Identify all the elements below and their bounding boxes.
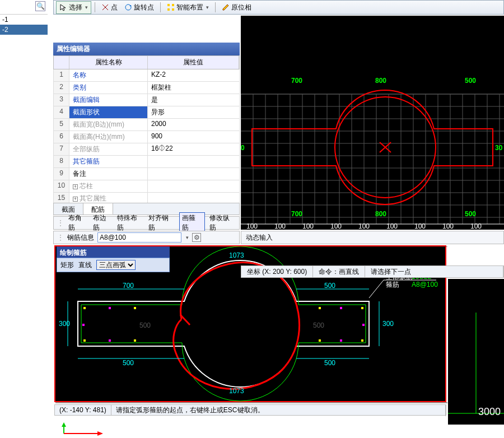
svg-rect-22 <box>362 324 365 326</box>
point-button[interactable]: 点 <box>99 2 120 13</box>
property-row[interactable]: 9备注 <box>53 168 240 180</box>
svg-text:500: 500 <box>465 210 476 218</box>
rebar-info-input[interactable] <box>97 232 181 243</box>
svg-text:500: 500 <box>324 282 335 290</box>
svg-rect-17 <box>109 307 111 309</box>
aux-canvas <box>448 279 504 425</box>
svg-text:箍筋: 箍筋 <box>386 281 399 288</box>
svg-rect-5 <box>167 8 170 11</box>
rotate-icon <box>124 3 132 11</box>
pencil-icon <box>222 3 230 11</box>
point-icon <box>101 3 109 11</box>
svg-text:100: 100 <box>274 222 286 230</box>
svg-marker-103 <box>62 422 66 427</box>
property-row[interactable]: 8其它箍筋 <box>53 156 240 168</box>
svg-rect-21 <box>82 324 85 326</box>
svg-line-43 <box>369 280 384 298</box>
search-icon[interactable]: 🔍 <box>35 1 45 11</box>
svg-rect-11 <box>134 307 136 309</box>
section-canvas[interactable]: 700 800 500 700 800 500 0 30 100100100 1… <box>241 16 504 230</box>
svg-text:100: 100 <box>470 222 482 230</box>
command-status-bar: 坐标 (X: 200 Y: 600) 命令：画直线 请选择下一点 <box>241 265 504 278</box>
expand-icon[interactable]: + <box>73 184 78 189</box>
tab-rebar[interactable]: 配筋 <box>83 203 113 215</box>
line-mode[interactable]: 直线 <box>78 260 92 270</box>
property-row[interactable]: 2类别框架柱 <box>53 82 240 94</box>
svg-text:100: 100 <box>414 222 426 230</box>
svg-text:100: 100 <box>246 222 258 230</box>
property-row[interactable]: 4截面形状异形 <box>53 106 240 119</box>
svg-text:100: 100 <box>330 222 342 230</box>
rebar-info-bar: ⋮ 钢筋信息 ▾ ⚙ <box>53 231 240 244</box>
svg-text:800: 800 <box>375 210 386 218</box>
smart-label: 智能布置 <box>176 3 203 12</box>
svg-rect-20 <box>340 339 342 342</box>
origin-button[interactable]: 原位相 <box>219 2 254 13</box>
svg-text:500: 500 <box>313 321 324 329</box>
svg-rect-3 <box>167 4 170 6</box>
smart-icon <box>167 3 175 11</box>
cmd-cell: 命令：画直线 <box>313 266 365 278</box>
dropdown-icon: ▾ <box>85 4 88 10</box>
property-row[interactable]: 5截面宽(B边)(mm)2000 <box>53 119 240 131</box>
coord-readout: (X: -140 Y: 481) <box>55 405 111 415</box>
tree-item[interactable]: -2 <box>0 25 48 35</box>
svg-text:A8@100: A8@100 <box>412 281 438 288</box>
svg-text:100: 100 <box>442 222 454 230</box>
origin-label: 原位相 <box>231 3 251 12</box>
rect-mode[interactable]: 矩形 <box>60 260 74 270</box>
top-toolbar: 选择▾ 点 旋转点 智能布置▾ 原位相 <box>53 0 504 15</box>
canvas1-status: (X: -140 Y: 481) 请指定弧形箍筋的起点，右键终止或ESC键取消。 <box>54 404 446 416</box>
select-tool-button[interactable]: 选择▾ <box>56 1 91 14</box>
expand-icon[interactable]: + <box>73 197 78 202</box>
smart-layout-button[interactable]: 智能布置▾ <box>164 2 212 13</box>
coord-cell: 坐标 (X: 200 Y: 600) <box>241 266 313 278</box>
svg-text:0: 0 <box>241 144 245 152</box>
cursor-icon <box>59 3 67 11</box>
svg-text:500: 500 <box>465 77 476 85</box>
settings-icon[interactable]: ⚙ <box>192 233 201 242</box>
tree-item[interactable]: -1 <box>0 15 48 25</box>
svg-rect-13 <box>361 307 363 309</box>
point-label: 点 <box>111 3 118 12</box>
draw-stirrup-toolbar: 矩形 直线 三点画弧 <box>57 258 170 272</box>
col-value: 属性值 <box>148 56 239 69</box>
aux-dim: 3000 <box>478 406 501 418</box>
align-btn[interactable]: 对齐钢筋 <box>148 213 175 232</box>
svg-rect-10 <box>83 339 86 342</box>
svg-text:700: 700 <box>291 77 302 85</box>
svg-rect-15 <box>319 307 321 309</box>
rotate-point-button[interactable]: 旋转点 <box>122 2 157 13</box>
modify-btn[interactable]: 修改纵筋 <box>209 213 236 232</box>
svg-rect-4 <box>172 4 174 6</box>
arc-mode-select[interactable]: 三点画弧 <box>96 260 136 270</box>
svg-text:1073: 1073 <box>229 251 244 259</box>
tab-section[interactable]: 截面 <box>54 203 83 215</box>
property-header: 属性名称 属性值 <box>53 55 240 69</box>
svg-rect-12 <box>134 339 136 342</box>
special-btn[interactable]: 特殊布筋 <box>117 213 143 232</box>
select-label: 选择 <box>69 3 82 12</box>
property-row[interactable]: 10+芯柱 <box>53 180 240 193</box>
svg-text:300: 300 <box>59 320 70 328</box>
svg-text:500: 500 <box>324 359 335 367</box>
property-title: 属性编辑器 <box>53 43 240 55</box>
col-name: 属性名称 <box>69 56 148 69</box>
svg-rect-14 <box>361 339 363 342</box>
property-row[interactable]: 1名称KZ-2 <box>53 69 240 82</box>
svg-rect-9 <box>83 307 86 309</box>
dropdown-icon: ▾ <box>206 4 209 10</box>
svg-rect-18 <box>109 339 111 342</box>
dropdown-icon[interactable]: ▾ <box>186 235 189 240</box>
svg-text:300: 300 <box>382 320 394 328</box>
tree-list: -1 -2 <box>0 15 48 35</box>
property-row[interactable]: 7全部纵筋16⏀22 <box>53 143 240 156</box>
edge-btn[interactable]: 布边筋 <box>93 213 113 232</box>
property-row[interactable]: 3截面编辑是 <box>53 94 240 106</box>
property-row[interactable]: 6截面高(H边)(mm)900 <box>53 131 240 143</box>
property-editor: 属性编辑器 属性名称 属性值 1名称KZ-22类别框架柱3截面编辑是4截面形状异… <box>53 43 240 230</box>
svg-text:30: 30 <box>495 144 503 152</box>
corner-btn[interactable]: 布角筋 <box>68 213 88 232</box>
svg-text:100: 100 <box>302 222 314 230</box>
svg-text:800: 800 <box>375 77 386 85</box>
